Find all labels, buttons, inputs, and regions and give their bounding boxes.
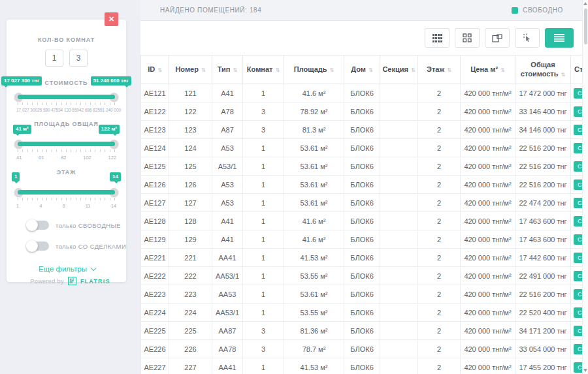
- table-row[interactable]: AE221221AA41141.53 м²БЛОК62420 000 тнг/м…: [141, 249, 588, 267]
- chessboard-view-button[interactable]: [425, 28, 449, 48]
- cell-house: БЛОК6: [344, 304, 380, 322]
- floor-slider-tick-labels: 1481114: [16, 203, 116, 209]
- table-row[interactable]: AE124124A53153.61 м²БЛОК62420 000 тнг/м²…: [141, 139, 588, 157]
- cell-rooms: 3: [243, 102, 284, 121]
- cell-type: A78: [212, 102, 243, 121]
- cell-id: AE121: [141, 84, 169, 102]
- sort-icon[interactable]: ⇅: [330, 67, 335, 73]
- column-header-10[interactable]: Общая стоимость⇅: [515, 55, 571, 84]
- table-row[interactable]: AE128128A41141.6 м²БЛОК62420 000 тнг/м²1…: [141, 212, 588, 230]
- scroll-up-icon[interactable]: [583, 2, 587, 5]
- cell-num: 124: [169, 139, 212, 157]
- table-row[interactable]: AE223223AA53153.61 м²БЛОК62420 000 тнг/м…: [141, 285, 588, 304]
- sort-icon[interactable]: ⇅: [561, 72, 565, 78]
- cell-id: AE124: [141, 139, 169, 157]
- cell-num: 129: [169, 230, 212, 249]
- floor-filter: ЭТАЖ 1 14 1481114: [16, 169, 116, 209]
- cell-num: 225: [169, 322, 212, 340]
- cell-price: 420 000 тнг/м²: [461, 230, 515, 249]
- floor-slider-track[interactable]: [16, 190, 116, 195]
- more-filters-link[interactable]: Еще фильтры: [16, 265, 116, 273]
- cell-total: 17 455 200 тнг: [515, 358, 571, 374]
- column-header-1[interactable]: ID⇅: [141, 55, 169, 84]
- selection-tool-button[interactable]: [515, 28, 540, 48]
- cell-id: AE127: [141, 194, 169, 212]
- table-row[interactable]: AE222222AA53/1153.55 м²БЛОК62420 000 тнг…: [141, 267, 588, 285]
- table-row[interactable]: AE121121A41141.6 м²БЛОК62420 000 тнг/м²1…: [141, 84, 588, 102]
- powered-by: Powered by FLATRIS: [0, 277, 140, 285]
- cell-price: 420 000 тнг/м²: [461, 194, 515, 212]
- column-header-8[interactable]: Этаж⇅: [418, 55, 461, 84]
- table-row[interactable]: AE127127A53153.61 м²БЛОК62420 000 тнг/м²…: [141, 194, 588, 212]
- table-row[interactable]: AE125125A53/1153.61 м²БЛОК62420 000 тнг/…: [141, 157, 588, 176]
- column-header-5[interactable]: Площадь⇅: [284, 55, 344, 84]
- results-pane: НАЙДЕНО ПОМЕЩЕНИЙ: 184 СВОБОДНО: [140, 0, 588, 374]
- table-row[interactable]: AE225225AA87381.36 м²БЛОК62420 000 тнг/м…: [141, 322, 588, 340]
- floor-filter-label: ЭТАЖ: [16, 169, 116, 176]
- cell-num: 226: [169, 340, 212, 358]
- cell-area: 81.36 м²: [284, 322, 344, 340]
- cell-price: 420 000 тнг/м²: [461, 267, 515, 285]
- cell-area: 41.6 м²: [284, 84, 344, 102]
- table-row[interactable]: AE227227AA41141.53 м²БЛОК62420 000 тнг/м…: [141, 358, 588, 374]
- sort-icon[interactable]: ⇅: [233, 67, 238, 73]
- toggle-only-deals[interactable]: только СО СДЕЛКАМИ: [27, 242, 116, 251]
- cell-floor: 2: [418, 157, 461, 176]
- rooms-options: 1 3: [16, 50, 116, 67]
- sort-icon[interactable]: ⇅: [368, 67, 373, 73]
- table-row[interactable]: AE122122A78378.92 м²БЛОК62420 000 тнг/м²…: [141, 102, 588, 121]
- rooms-option-1[interactable]: 1: [45, 50, 63, 67]
- sort-icon[interactable]: ⇅: [411, 67, 416, 73]
- toggle-knob[interactable]: [26, 240, 38, 252]
- sort-icon[interactable]: ⇅: [500, 67, 505, 73]
- filter-panel: ✕ КОЛ-ВО КОМНАТ 1 3 СТОИМОСТЬ 17 027 300…: [7, 20, 126, 282]
- scrollbar-handle[interactable]: [584, 8, 587, 44]
- column-header-7[interactable]: Секция⇅: [380, 55, 418, 84]
- area-slider-track[interactable]: [16, 142, 116, 146]
- cell-id: AE126: [141, 176, 169, 194]
- toggle-switch-icon[interactable]: [27, 221, 49, 230]
- sort-icon[interactable]: ⇅: [157, 67, 162, 73]
- table-row[interactable]: AE224224AA53/1153.55 м²БЛОК62420 000 тнг…: [141, 304, 588, 322]
- toggle-knob[interactable]: [26, 219, 38, 231]
- table-row[interactable]: AE226226AA78378.7 м²БЛОК62420 000 тнг/м²…: [141, 340, 588, 358]
- toggle-switch-icon[interactable]: [27, 242, 49, 251]
- sort-icon[interactable]: ⇅: [201, 67, 206, 73]
- cell-section: [380, 176, 418, 194]
- area-slider-tickmarks: [18, 149, 115, 152]
- price-slider-track[interactable]: [16, 95, 116, 99]
- cell-total: 22 491 000 тнг: [515, 267, 571, 285]
- column-header-6[interactable]: Дом⇅: [344, 55, 380, 84]
- vertical-scrollbar[interactable]: [582, 0, 588, 374]
- cell-type: A41: [212, 212, 243, 230]
- column-header-2[interactable]: Номер⇅: [169, 55, 212, 84]
- sort-icon[interactable]: ⇅: [275, 67, 280, 73]
- cell-price: 420 000 тнг/м²: [461, 285, 515, 304]
- tick-label: 8: [63, 203, 65, 209]
- table-row[interactable]: AE126126A53153.61 м²БЛОК62420 000 тнг/м²…: [141, 176, 588, 194]
- cell-house: БЛОК6: [344, 157, 380, 176]
- table-row[interactable]: AE129129A41141.6 м²БЛОК62420 000 тнг/м²1…: [141, 230, 588, 249]
- floorplan-view-button[interactable]: [485, 28, 510, 48]
- column-header-9[interactable]: Цена м²⇅: [461, 55, 515, 84]
- table-row[interactable]: AE123123A87381.3 м²БЛОК62420 000 тнг/м²3…: [141, 121, 588, 139]
- cell-price: 420 000 тнг/м²: [461, 340, 515, 358]
- column-header-4[interactable]: Комнат⇅: [243, 55, 284, 84]
- cell-area: 53.55 м²: [284, 267, 344, 285]
- close-filters-button[interactable]: ✕: [105, 12, 118, 26]
- scroll-down-icon[interactable]: [583, 369, 587, 372]
- sort-icon[interactable]: ⇅: [447, 67, 451, 73]
- cell-house: БЛОК6: [344, 267, 380, 285]
- column-header-3[interactable]: Тип⇅: [212, 55, 243, 84]
- rooms-option-3[interactable]: 3: [69, 50, 88, 67]
- table-header-row: ID⇅Номер⇅Тип⇅Комнат⇅Площадь⇅Дом⇅Секция⇅Э…: [141, 55, 588, 84]
- tick-label: 41: [16, 155, 22, 161]
- grid-view-button[interactable]: [455, 28, 480, 48]
- cell-section: [380, 304, 418, 322]
- tick-label: 17 027 300: [16, 108, 37, 112]
- cell-area: 53.61 м²: [284, 157, 344, 176]
- toggle-only-free[interactable]: только СВОБОДНЫЕ: [27, 221, 116, 230]
- list-view-button[interactable]: [545, 28, 574, 48]
- cell-rooms: 1: [243, 285, 284, 304]
- cell-section: [380, 139, 418, 157]
